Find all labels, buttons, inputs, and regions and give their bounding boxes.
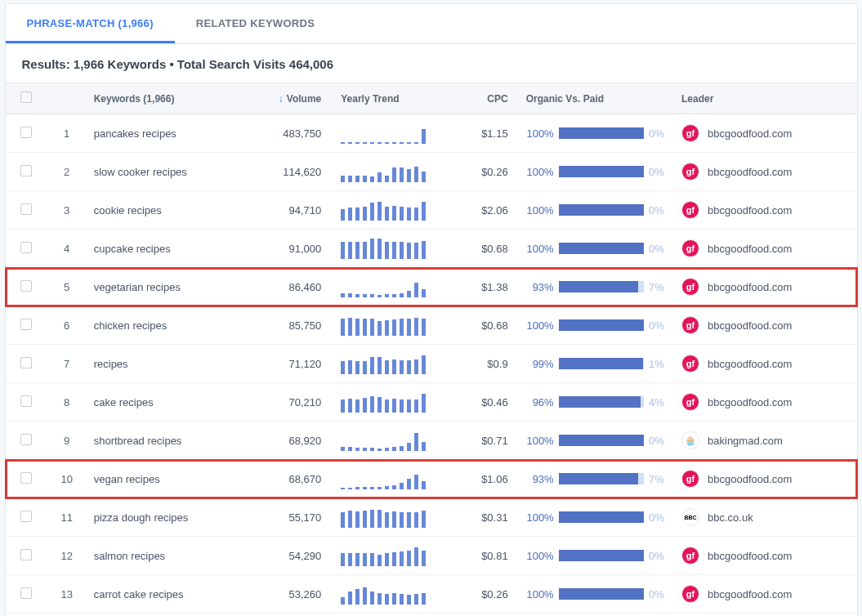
favicon-icon: gf bbox=[681, 163, 699, 181]
row-checkbox[interactable] bbox=[20, 203, 32, 215]
keyword-link[interactable]: slow cooker recipes bbox=[94, 166, 187, 178]
leader-domain: bbcgoodfood.com bbox=[708, 204, 792, 216]
row-cpc: $0.9 bbox=[449, 345, 520, 383]
leader-cell[interactable]: gfbbcgoodfood.com bbox=[681, 355, 850, 373]
row-checkbox[interactable] bbox=[20, 549, 32, 560]
tab-bar: PHRASE-MATCH (1,966) RELATED KEYWORDS bbox=[6, 4, 857, 44]
favicon-icon: gf bbox=[681, 585, 699, 603]
row-checkbox[interactable] bbox=[20, 242, 32, 253]
keyword-link[interactable]: cupcake recipes bbox=[94, 243, 171, 255]
row-checkbox[interactable] bbox=[20, 127, 32, 138]
leader-cell[interactable]: gfbbcgoodfood.com bbox=[681, 470, 850, 488]
row-checkbox[interactable] bbox=[20, 472, 32, 484]
favicon-icon: 🧁 bbox=[681, 431, 699, 449]
row-rank: 5 bbox=[47, 268, 87, 306]
row-checkbox[interactable] bbox=[20, 357, 32, 368]
trend-sparkline bbox=[341, 583, 431, 605]
leader-cell[interactable]: gfbbcgoodfood.com bbox=[681, 316, 850, 334]
leader-cell[interactable]: gfbbcgoodfood.com bbox=[681, 201, 850, 219]
table-row: 1pancakes recipes483,750$1.15100%0%gfbbc… bbox=[6, 114, 857, 153]
leader-cell[interactable]: gfbbcgoodfood.com bbox=[681, 239, 850, 257]
sort-desc-icon: ↓ bbox=[279, 93, 284, 105]
leader-cell[interactable]: gfbbcgoodfood.com bbox=[681, 585, 850, 603]
favicon-icon: gf bbox=[681, 278, 699, 296]
organic-vs-paid-bar: 99%1% bbox=[526, 358, 668, 370]
row-volume: 483,750 bbox=[249, 114, 334, 153]
keyword-link[interactable]: salmon recipes bbox=[94, 550, 165, 562]
row-volume: 55,170 bbox=[249, 498, 334, 537]
header-cpc[interactable]: CPC bbox=[449, 83, 520, 114]
row-checkbox[interactable] bbox=[20, 395, 32, 407]
header-keywords[interactable]: Keywords (1,966) bbox=[87, 83, 249, 114]
leader-cell[interactable]: BBCbbc.co.uk bbox=[681, 508, 850, 526]
leader-cell[interactable]: gfbbcgoodfood.com bbox=[681, 163, 850, 181]
favicon-icon: gf bbox=[681, 355, 699, 373]
table-row: 5vegetarian recipes86,460$1.3893%7%gfbbc… bbox=[6, 268, 857, 306]
keywords-table: Keywords (1,966) ↓Volume Yearly Trend CP… bbox=[6, 83, 857, 616]
leader-cell[interactable]: gfbbcgoodfood.com bbox=[681, 278, 850, 296]
keyword-link[interactable]: shortbread recipes bbox=[94, 435, 182, 447]
organic-vs-paid-bar: 100%0% bbox=[526, 511, 668, 524]
keyword-link[interactable]: chicken recipes bbox=[94, 319, 167, 332]
table-row: 12salmon recipes54,290$0.81100%0%gfbbcgo… bbox=[6, 537, 857, 575]
leader-cell[interactable]: 🧁bakingmad.com bbox=[681, 431, 850, 449]
leader-domain: bbcgoodfood.com bbox=[708, 550, 792, 562]
table-row: 8cake recipes70,210$0.4696%4%gfbbcgoodfo… bbox=[6, 383, 857, 422]
row-rank: 3 bbox=[47, 191, 87, 230]
trend-sparkline bbox=[341, 199, 431, 221]
row-checkbox[interactable] bbox=[20, 587, 32, 599]
row-volume: 68,670 bbox=[249, 460, 334, 498]
organic-vs-paid-bar: 100%0% bbox=[526, 204, 668, 216]
organic-vs-paid-bar: 100%0% bbox=[526, 588, 668, 600]
keyword-link[interactable]: vegan recipes bbox=[94, 473, 160, 485]
row-rank: 10 bbox=[47, 460, 87, 498]
leader-domain: bbcgoodfood.com bbox=[708, 281, 792, 293]
keyword-link[interactable]: recipes bbox=[94, 358, 128, 370]
row-volume: 85,750 bbox=[249, 306, 334, 345]
leader-domain: bbc.co.uk bbox=[708, 511, 753, 524]
leader-cell[interactable]: gfbbcgoodfood.com bbox=[681, 547, 850, 565]
row-checkbox[interactable] bbox=[20, 165, 32, 176]
row-checkbox[interactable] bbox=[20, 434, 32, 445]
keyword-link[interactable]: cookie recipes bbox=[94, 204, 162, 216]
table-row: 13carrot cake recipes53,260$0.26100%0%gf… bbox=[6, 575, 857, 614]
keyword-panel: PHRASE-MATCH (1,966) RELATED KEYWORDS Re… bbox=[5, 3, 858, 616]
row-checkbox[interactable] bbox=[20, 511, 32, 522]
leader-domain: bbcgoodfood.com bbox=[708, 243, 792, 255]
row-checkbox[interactable] bbox=[20, 280, 32, 292]
keyword-link[interactable]: carrot cake recipes bbox=[94, 588, 184, 600]
table-row: 7recipes71,120$0.999%1%gfbbcgoodfood.com bbox=[6, 345, 857, 383]
keyword-link[interactable]: vegetarian recipes bbox=[94, 281, 181, 293]
table-row: 2slow cooker recipes114,620$0.26100%0%gf… bbox=[6, 153, 857, 191]
leader-cell[interactable]: gfbbcgoodfood.com bbox=[681, 124, 850, 142]
trend-sparkline bbox=[341, 276, 431, 297]
keyword-link[interactable]: pancakes recipes bbox=[94, 127, 176, 140]
results-summary: Results: 1,966 Keywords • Total Search V… bbox=[6, 44, 857, 83]
trend-sparkline bbox=[341, 315, 431, 336]
tab-related-keywords[interactable]: RELATED KEYWORDS bbox=[175, 4, 336, 43]
row-cpc: $0.26 bbox=[449, 153, 520, 191]
keyword-link[interactable]: cake recipes bbox=[94, 396, 154, 408]
keyword-link[interactable]: pizza dough recipes bbox=[94, 511, 189, 524]
row-checkbox[interactable] bbox=[20, 319, 32, 330]
row-rank: 13 bbox=[47, 575, 87, 614]
header-trend[interactable]: Yearly Trend bbox=[334, 83, 449, 114]
header-organic-vs-paid[interactable]: Organic Vs. Paid bbox=[520, 83, 675, 114]
organic-vs-paid-bar: 100%0% bbox=[526, 319, 668, 332]
tab-phrase-match[interactable]: PHRASE-MATCH (1,966) bbox=[6, 4, 175, 43]
row-volume: 50,300 bbox=[249, 614, 334, 617]
trend-sparkline bbox=[341, 238, 431, 259]
table-row: 9shortbread recipes68,920$0.71100%0%🧁bak… bbox=[6, 422, 857, 460]
row-volume: 114,620 bbox=[249, 153, 334, 191]
row-rank: 8 bbox=[47, 383, 87, 422]
row-volume: 94,710 bbox=[249, 191, 334, 230]
leader-cell[interactable]: gfbbcgoodfood.com bbox=[681, 393, 850, 411]
trend-sparkline bbox=[341, 161, 431, 182]
favicon-icon: gf bbox=[681, 470, 699, 488]
select-all-checkbox[interactable] bbox=[20, 92, 32, 103]
header-leader[interactable]: Leader bbox=[675, 83, 856, 114]
row-cpc: $0.46 bbox=[449, 383, 520, 422]
table-row: 14hummus recipes50,300$0.67100%0%✦inspir… bbox=[6, 614, 857, 617]
trend-sparkline bbox=[341, 123, 431, 144]
header-volume[interactable]: ↓Volume bbox=[249, 83, 334, 114]
